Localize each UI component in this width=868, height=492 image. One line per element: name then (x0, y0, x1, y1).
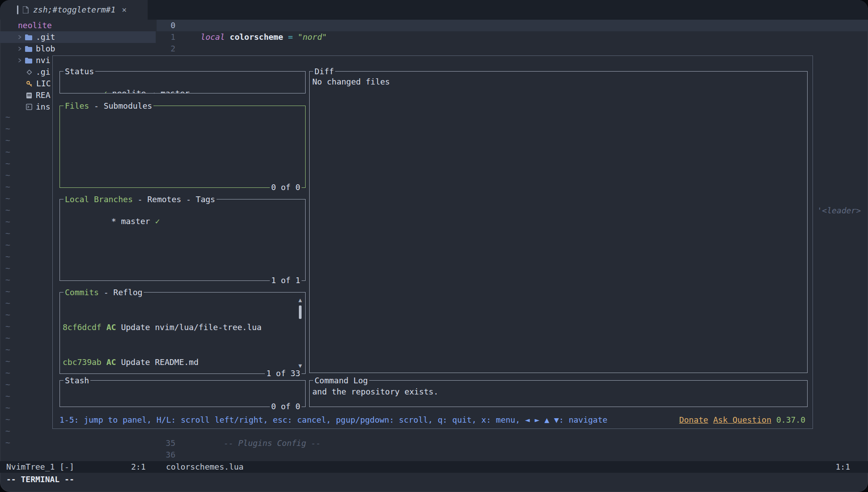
sidebar-item-label: REA (36, 89, 51, 101)
sidebar-item-label: nvi (36, 55, 51, 66)
lazygit-float-window: Status ✓neolite → master Files - Submodu… (52, 55, 813, 429)
commit-hash: 8cf6dcdf (63, 322, 102, 333)
tilde: ~ (5, 158, 10, 170)
commit-message: Update nvim/lua/file-tree.lua (121, 322, 261, 333)
leader-key-hint: '<leader> (817, 205, 861, 216)
line-number: 35 (156, 437, 175, 449)
tilde: ~ (5, 297, 10, 309)
scrollbar[interactable]: ▲ ▼ (297, 294, 304, 372)
tilde: ~ (5, 425, 10, 437)
sidebar-item-label: blob (36, 43, 55, 55)
string-literal: "nord" (298, 32, 327, 42)
sidebar-item-git[interactable]: .git (0, 31, 156, 43)
tilde: ~ (5, 402, 10, 414)
scroll-up-icon[interactable]: ▲ (297, 294, 304, 306)
folder-icon (25, 34, 32, 40)
tilde: ~ (5, 286, 10, 297)
commit-row[interactable]: cbc739abACUpdate README.md (63, 356, 302, 368)
diff-panel[interactable]: Diff No changed files (309, 71, 808, 373)
line-number: 0 (156, 20, 175, 31)
tilde: ~ (5, 321, 10, 332)
diamond-icon (26, 69, 32, 75)
tilde: ~ (5, 274, 10, 286)
commit-message: Update README.md (121, 356, 198, 368)
terminal-icon (26, 104, 32, 110)
sidebar-item-nvim[interactable]: nvi (0, 55, 51, 66)
tilde: ~ (5, 379, 10, 390)
sidebar-item-label: .gi (36, 66, 51, 78)
branch-row[interactable]: * master✓ (111, 216, 160, 226)
branches-panel[interactable]: Local Branches - Remotes - Tags * master… (60, 199, 306, 281)
commit-hash: cbc739ab (63, 356, 102, 368)
tilde: ~ (5, 390, 10, 402)
sidebar-item-gitignore[interactable]: .gi (0, 66, 51, 78)
tilde: ~ (5, 367, 10, 379)
key-icon (26, 81, 33, 87)
tilde: ~ (5, 216, 10, 228)
code-line: diagnostics={ (224, 449, 316, 461)
folder-icon (25, 58, 32, 64)
sidebar-item-readme[interactable]: REA (0, 89, 51, 101)
tilde: ~ (5, 228, 10, 239)
tilde: ~ (5, 181, 10, 193)
branch-list: * master✓ (60, 199, 305, 280)
keyword: local (200, 32, 225, 42)
stash-panel[interactable]: Stash 0 of 0 (60, 380, 306, 407)
tilde-column: ~~~~~~~~~~~~~~~~~~~~~~~~~~~~~ (5, 111, 10, 449)
scrollbar-thumb[interactable] (299, 305, 302, 319)
terminal-tab[interactable]: zsh;#toggleterm#1 × (0, 0, 148, 20)
statusline-filename: colorschemes.lua (166, 461, 243, 473)
statusline-cursor-pos-right: 1:1 (835, 461, 850, 473)
line-number: 2 (156, 43, 175, 55)
files-count: 0 of 0 (270, 182, 302, 193)
tilde: ~ (5, 332, 10, 344)
sidebar-item-license[interactable]: LIC (0, 78, 51, 89)
help-text: 1-5: jump to panel, H/L: scroll left/rig… (60, 414, 608, 426)
tilde: ~ (5, 263, 10, 274)
commit-list: 8cf6dcdfACUpdate nvim/lua/file-tree.lua … (60, 293, 305, 373)
commits-count: 1 of 33 (265, 368, 302, 379)
statusline-cursor-pos-left: 2:1 (131, 461, 146, 473)
branches-count: 1 of 1 (270, 275, 302, 286)
ask-question-link[interactable]: Ask Question (713, 414, 771, 426)
book-icon (26, 92, 32, 99)
sidebar-item-label: LIC (36, 78, 51, 89)
tilde: ~ (5, 135, 10, 146)
sidebar-item-blob[interactable]: blob (0, 43, 55, 55)
tilde: ~ (5, 356, 10, 367)
status-panel[interactable]: Status ✓neolite → master (60, 71, 306, 93)
status-content: ✓neolite → master (60, 72, 305, 93)
submodules-tab[interactable]: - Submodules (89, 101, 152, 110)
command-log-panel[interactable]: Command Log and the repository exists. (309, 380, 808, 407)
tilde: ~ (5, 414, 10, 425)
file-icon (23, 6, 29, 13)
neovim-window: zsh;#toggleterm#1 × neolite .git blob nv… (0, 0, 868, 492)
stash-count: 0 of 0 (270, 401, 302, 412)
sidebar-item-label: .git (36, 31, 55, 43)
tilde: ~ (5, 170, 10, 181)
donate-link[interactable]: Donate (679, 414, 708, 426)
statusline-window-name: NvimTree_1 [-] (6, 461, 74, 473)
operator: = (288, 32, 293, 42)
line-number: 1 (156, 31, 175, 43)
diff-content: No changed files (310, 72, 807, 373)
tilde: ~ (5, 344, 10, 356)
stash-panel-title: Stash (65, 376, 89, 385)
commits-panel[interactable]: Commits - Reflog 8cf6dcdfACUpdate nvim/l… (60, 292, 306, 374)
mode-indicator: -- TERMINAL -- (6, 474, 74, 485)
filetree-root-label: neolite (18, 20, 52, 31)
tilde: ~ (5, 437, 10, 449)
filetree-root: neolite (0, 20, 52, 31)
files-panel[interactable]: Files - Submodules 0 of 0 (60, 106, 306, 188)
tilde: ~ (5, 309, 10, 321)
tilde: ~ (5, 146, 10, 158)
tabline: zsh;#toggleterm#1 × (0, 0, 868, 20)
statusline: NvimTree_1 [-] 2:1 colorschemes.lua 1:1 (0, 461, 868, 473)
tab-close-icon[interactable]: × (122, 4, 127, 16)
check-icon: ✓ (155, 216, 160, 226)
files-tab[interactable]: Files (65, 101, 89, 110)
tilde: ~ (5, 239, 10, 251)
sidebar-item-label: ins (36, 101, 51, 113)
check-icon: ✓ (102, 89, 107, 93)
commit-row[interactable]: 8cf6dcdfACUpdate nvim/lua/file-tree.lua (63, 322, 302, 333)
